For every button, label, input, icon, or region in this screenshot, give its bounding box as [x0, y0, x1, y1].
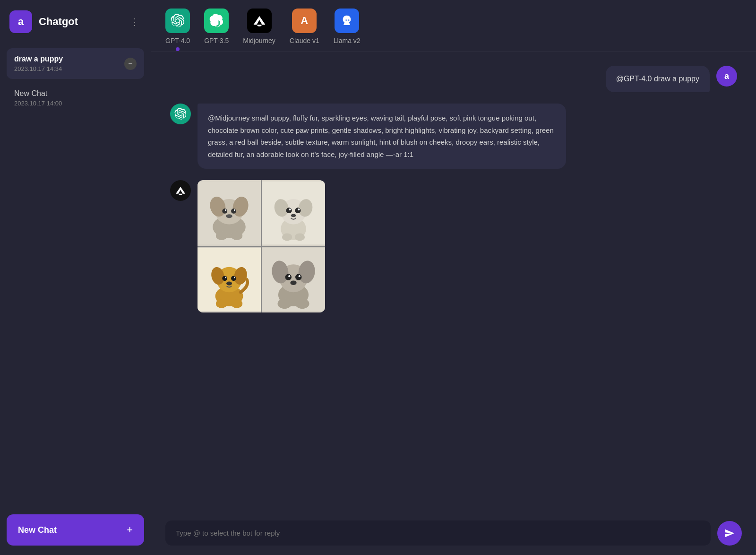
svg-point-20 — [298, 208, 300, 210]
svg-point-35 — [231, 299, 242, 308]
chat-item-active[interactable]: draw a puppy 2023.10.17 14:34 − — [7, 48, 144, 79]
user-bubble-1: @GPT-4.0 draw a puppy — [606, 66, 710, 92]
bot-message-2 — [170, 180, 737, 312]
gpt35-label: GPT-3.5 — [204, 37, 229, 44]
chat-item-title: draw a puppy — [14, 55, 124, 63]
chat-item-time-2: 2023.10.17 14:00 — [14, 100, 137, 107]
chat-item-inactive[interactable]: New Chat 2023.10.17 14:00 — [7, 83, 144, 113]
chat-item-title-2: New Chat — [14, 89, 137, 98]
puppy-image-grid — [198, 180, 325, 312]
svg-point-45 — [290, 281, 296, 285]
sidebar-footer: New Chat + — [0, 505, 151, 555]
puppy-image-2 — [262, 180, 325, 246]
bot-message-1: @Midjourney small puppy, fluffy fur, spa… — [170, 104, 737, 169]
new-chat-button[interactable]: New Chat + — [7, 514, 144, 546]
svg-point-30 — [231, 276, 236, 281]
chat-list: draw a puppy 2023.10.17 14:34 − New Chat… — [0, 43, 151, 505]
main-panel: GPT-4.0 GPT-3.5 Midjourney A — [151, 0, 756, 555]
claude-icon: A — [292, 9, 317, 33]
delete-chat-button[interactable]: − — [124, 58, 137, 70]
svg-point-34 — [216, 299, 227, 308]
gpt-bot-avatar — [170, 104, 191, 124]
llama-icon — [335, 9, 359, 33]
svg-point-22 — [282, 233, 292, 241]
sidebar-header: a Chatgot ⋮ — [0, 0, 151, 43]
svg-point-6 — [231, 208, 236, 214]
send-button[interactable] — [717, 521, 742, 546]
model-midjourney[interactable]: Midjourney — [243, 9, 275, 51]
send-icon — [724, 528, 735, 538]
svg-point-19 — [289, 208, 291, 210]
svg-point-11 — [231, 231, 242, 240]
puppy-image-3 — [198, 247, 261, 312]
svg-point-44 — [299, 275, 301, 277]
midjourney-label: Midjourney — [243, 37, 275, 44]
chat-item-time: 2023.10.17 14:34 — [14, 65, 124, 72]
svg-point-32 — [234, 277, 235, 278]
svg-point-23 — [295, 233, 305, 241]
gpt4-icon — [165, 9, 190, 33]
svg-point-43 — [288, 275, 290, 277]
bot-bubble-1: @Midjourney small puppy, fluffy fur, spa… — [198, 104, 566, 169]
midjourney-icon — [247, 9, 272, 33]
svg-point-47 — [295, 299, 309, 309]
svg-point-17 — [286, 208, 292, 213]
model-bar: GPT-4.0 GPT-3.5 Midjourney A — [151, 0, 756, 52]
model-gpt4[interactable]: GPT-4.0 — [165, 9, 190, 51]
svg-point-31 — [225, 277, 226, 278]
svg-point-29 — [222, 276, 227, 281]
app-title: Chatgot — [39, 16, 121, 28]
svg-point-41 — [285, 274, 292, 280]
puppy-image-1 — [198, 180, 261, 246]
puppy-image-4 — [262, 247, 325, 312]
app-logo: a — [9, 10, 32, 33]
claude-label: Claude v1 — [290, 37, 319, 44]
svg-point-8 — [234, 209, 235, 211]
llama-label: Llama v2 — [334, 37, 361, 44]
svg-point-7 — [225, 209, 226, 211]
svg-point-21 — [291, 214, 296, 217]
svg-point-42 — [295, 274, 301, 280]
sidebar: a Chatgot ⋮ draw a puppy 2023.10.17 14:3… — [0, 0, 151, 555]
user-message-1: @GPT-4.0 draw a puppy a — [170, 66, 737, 92]
svg-point-9 — [226, 214, 232, 218]
svg-point-46 — [278, 299, 292, 309]
sidebar-menu-icon[interactable]: ⋮ — [128, 14, 141, 29]
model-claude[interactable]: A Claude v1 — [290, 9, 319, 51]
chat-area: @GPT-4.0 draw a puppy a @Midjourney smal… — [151, 52, 756, 511]
input-bar — [151, 511, 756, 555]
svg-point-33 — [226, 282, 232, 286]
model-llama[interactable]: Llama v2 — [334, 9, 361, 51]
midjourney-bot-avatar — [170, 180, 191, 201]
chat-input[interactable] — [165, 520, 711, 546]
svg-point-5 — [222, 208, 227, 214]
new-chat-label: New Chat — [18, 525, 57, 535]
user-avatar: a — [716, 66, 737, 87]
svg-point-10 — [216, 231, 227, 240]
model-gpt35[interactable]: GPT-3.5 — [204, 9, 229, 51]
gpt35-icon — [204, 9, 229, 33]
svg-point-18 — [295, 208, 301, 213]
new-chat-plus-icon: + — [127, 524, 133, 536]
gpt4-label: GPT-4.0 — [165, 37, 190, 44]
